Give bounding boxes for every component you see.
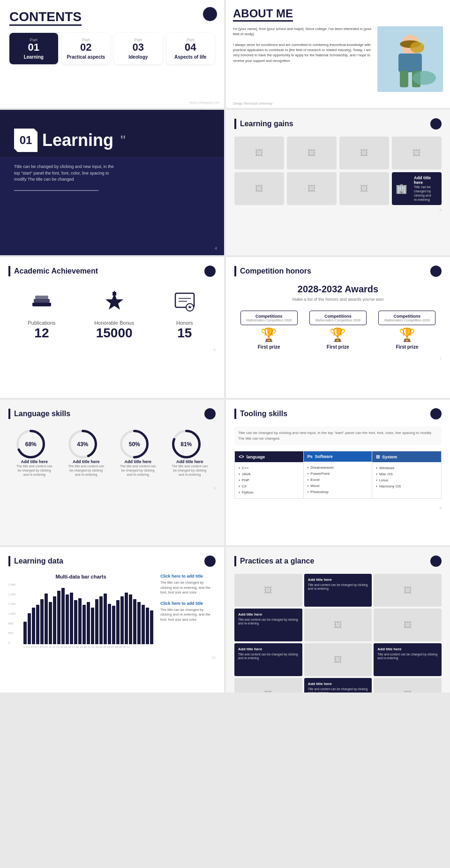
y-1200: 1,200 [8, 602, 15, 605]
y-600: 600 [8, 632, 15, 634]
bar-item [91, 608, 94, 644]
lang-title-4: Add title here [171, 459, 209, 464]
award-inner-3: Competitions Mathematics Competition 202… [378, 311, 435, 325]
learning-page: 4 [215, 246, 217, 251]
lang-circles: 68% Add title here The title and content… [8, 429, 216, 477]
prac-dark-title-2: Add title here [238, 612, 299, 617]
gain-cell-5: 🖼 [234, 172, 284, 205]
laurel-icon-2: 🏆 [308, 327, 368, 343]
quote-icon: " [120, 132, 126, 148]
bar-item [112, 606, 115, 644]
slide-academic: Academic Achievement Publications 12 [0, 257, 224, 398]
svg-rect-12 [112, 292, 116, 296]
prac-img-icon-5: 🖼 [334, 655, 342, 665]
prac-img-icon-2: 🖼 [404, 586, 412, 595]
slide-tools: Tooling skills Title can be changed by c… [226, 400, 450, 545]
bar-item [99, 596, 103, 644]
practices-bar [234, 556, 236, 566]
achiev-publications: Publications 12 [28, 291, 55, 341]
part-4-card[interactable]: Part 04 Aspects of life [166, 33, 215, 64]
books-icon [28, 291, 55, 316]
tool-item-photo: Photoshop [308, 489, 368, 495]
prac-img-1: 🖼 [234, 574, 302, 607]
slide-data: Learning data Multi-data bar charts 0 60… [0, 547, 224, 693]
lang-header: Language skills [8, 408, 216, 419]
gain-cell-8: 🏢 Add title here Title can be changed by… [392, 172, 442, 205]
part-3-card[interactable]: Part 03 Ideology [114, 33, 163, 64]
tool-col-soft: Ps Software Dreamweaver PowerPoint Excel… [304, 451, 373, 498]
tool-lang-label: language [247, 455, 265, 459]
svg-rect-10 [35, 296, 48, 299]
cert-icon [173, 291, 196, 316]
tool-item-cpp: C++ [239, 465, 300, 471]
part-1-card[interactable]: Part 01 Learning [9, 33, 58, 64]
bar-item [32, 608, 35, 644]
bar-item [108, 604, 111, 644]
y-0: 0 [8, 641, 15, 644]
laurel-icon-1: 🏆 [239, 327, 300, 343]
slide-learning: 01 Learning " Title can be changed by cl… [0, 110, 224, 255]
cta2-title[interactable]: Click here to add title [160, 601, 216, 606]
lang-item-4: 81% Add title here The title and content… [171, 429, 209, 477]
cta1-desc: The title can be changed by clicking and… [160, 580, 216, 595]
y-1000: 1,000 [8, 612, 15, 615]
about-para1: I'm [your name], from [your school and m… [233, 26, 373, 37]
gain-add-desc: Title can be changed by clicking and re-… [414, 185, 434, 202]
gain-cell-3: 🖼 [339, 137, 389, 169]
tool-item-python: Python [239, 489, 300, 495]
award-sub-3: Mathematics Competition 2028 [382, 319, 432, 322]
award-prize-2: First prize [308, 344, 368, 350]
honors-label: Honors [173, 320, 196, 326]
learning-title: Learning [42, 130, 113, 150]
lang-page: 8 [8, 486, 216, 490]
slide-about: ABOUT ME I'm [your name], from [your sch… [226, 0, 450, 108]
image-icon-1: 🖼 [255, 148, 263, 158]
bar-item [74, 600, 77, 644]
bar-item [95, 599, 98, 644]
award-inner-2: Competitions Mathematics Competition 202… [309, 311, 367, 325]
prac-dark-desc-5: Title and content can be changed by clic… [308, 687, 368, 693]
svg-point-7 [412, 71, 436, 85]
bar-item [142, 605, 145, 644]
bar-item [66, 594, 69, 644]
part-2-card[interactable]: Part 02 Practical aspects [62, 33, 111, 64]
lang-item-1: 68% Add title here The title and content… [15, 429, 53, 477]
about-title: ABOUT ME [233, 7, 293, 22]
tools-header: Tooling skills [234, 408, 442, 419]
gain-cell-1: 🖼 [234, 137, 284, 169]
gain-add-title: Add title here [414, 175, 434, 185]
academic-title: Academic Achievement [14, 267, 98, 275]
prac-img-icon-4: 🖼 [404, 620, 412, 630]
part-4-name: Aspects of life [170, 54, 211, 60]
medal-icon [94, 291, 134, 316]
bar-item [133, 599, 136, 644]
part-3-name: Ideology [118, 54, 159, 60]
tool-header-sys: ⊞ System [372, 451, 441, 462]
gains-header: Learning gains [234, 118, 442, 129]
award-sub-1: Mathematics Competition 2028 [244, 319, 294, 322]
tool-item-word: Word [308, 483, 368, 489]
lang-desc-1: The title and content can be changed by … [15, 464, 53, 477]
comp-awards-row: Competitions Mathematics Competition 202… [234, 309, 442, 350]
ring-81-text: 81% [180, 441, 192, 448]
prac-dark-title-5: Add title here [308, 682, 368, 686]
cta1-title[interactable]: Click here to add title [160, 574, 216, 579]
prac-dark-5: Add title here Title and content can be … [304, 678, 372, 693]
tool-item-dw: Dreamweaver [308, 464, 368, 471]
learning-badge: 01 Learning " [14, 129, 126, 152]
lang-title-2: Add title here [68, 459, 105, 464]
prac-img-icon-3: 🖼 [334, 620, 342, 630]
bar-item [116, 600, 120, 644]
windows-icon: ⊞ [376, 454, 380, 459]
lang-title-1: Add title here [15, 459, 53, 464]
comp-award-2: Competitions Mathematics Competition 202… [308, 309, 368, 350]
badge-num-box: 01 [14, 129, 38, 152]
ring-68: 68% [15, 429, 46, 459]
ring-50: 50% [119, 429, 150, 459]
gain-cell-6: 🖼 [287, 172, 337, 205]
ring-43: 43% [68, 429, 98, 459]
header-bar [234, 119, 236, 129]
tool-sys-label: System [382, 455, 397, 459]
chart-area: Multi-data bar charts 0 600 800 1,000 1,… [8, 574, 153, 648]
bar-item [150, 610, 153, 644]
